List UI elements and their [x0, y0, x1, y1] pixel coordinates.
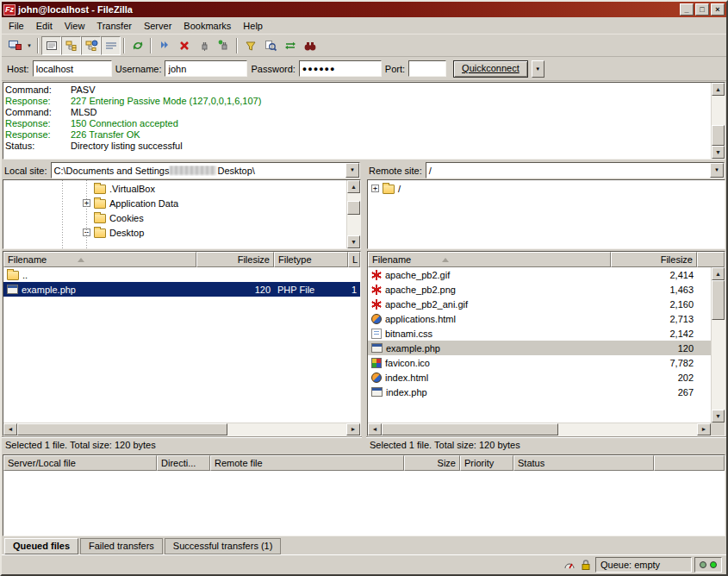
scroll-down-icon[interactable]: ▼ — [712, 410, 725, 423]
encryption-icon[interactable] — [579, 558, 593, 572]
scrollbar-track[interactable] — [712, 280, 725, 410]
queue-tab[interactable]: Failed transfers — [80, 538, 163, 554]
scroll-left-icon[interactable]: ◄ — [3, 423, 17, 435]
column-header-filesize[interactable]: Filesize — [196, 252, 274, 267]
menu-item[interactable]: View — [59, 18, 91, 34]
reconnect-button[interactable] — [214, 36, 233, 55]
scroll-up-icon[interactable]: ▲ — [712, 267, 725, 280]
log-scrollbar[interactable]: ▲ ▼ — [711, 83, 725, 159]
column-header-filename[interactable]: Filename — [3, 252, 196, 267]
cancel-button[interactable] — [174, 36, 194, 55]
quickconnect-dropdown-icon[interactable]: ▼ — [532, 60, 544, 78]
queue-col-status[interactable]: Status — [513, 455, 654, 471]
queue-col-server-local-file[interactable]: Server/Local file — [3, 455, 157, 471]
toggle-remote-tree-button[interactable] — [81, 36, 101, 55]
find-button[interactable] — [300, 36, 320, 55]
file-row[interactable]: example.php 120 — [368, 341, 711, 355]
tree-item[interactable]: − Desktop — [3, 225, 346, 240]
quickconnect-bar: Host: Username: Password: Port: Quickcon… — [2, 57, 726, 81]
menu-item[interactable]: Edit — [30, 18, 59, 34]
compare-button[interactable] — [260, 36, 280, 55]
column-header-filetype[interactable]: Filetype — [274, 252, 348, 267]
remote-file-list: Filename Filesize apache_pb2.gif 2,414 — [366, 251, 726, 453]
local-site-combo[interactable]: C:\Documents and SettingsDesktop\ ▼ — [51, 162, 360, 178]
queue-list-area[interactable] — [3, 471, 725, 535]
remote-horizontal-scrollbar[interactable]: ◄ ► — [368, 423, 725, 435]
file-row[interactable]: .. — [3, 267, 360, 282]
scroll-right-icon[interactable]: ► — [346, 423, 360, 435]
file-row[interactable]: bitnami.css 2,142 — [368, 326, 711, 341]
sync-browse-button[interactable] — [280, 36, 300, 55]
column-header-filename[interactable]: Filename — [368, 252, 611, 267]
scrollbar-track[interactable] — [712, 96, 725, 146]
scrollbar-thumb[interactable] — [17, 423, 227, 435]
file-row[interactable]: favicon.ico 7,782 — [368, 355, 711, 370]
column-header-filesize[interactable]: Filesize — [611, 252, 697, 267]
scrollbar-track[interactable] — [382, 423, 697, 435]
remote-list-header: Filename Filesize — [368, 252, 725, 267]
file-row[interactable]: apache_pb2.png 1,463 — [368, 282, 711, 297]
toggle-queue-button[interactable] — [101, 36, 121, 55]
disconnect-button[interactable] — [194, 36, 214, 55]
queue-col-size[interactable]: Size — [404, 455, 460, 471]
scroll-left-icon[interactable]: ◄ — [368, 423, 382, 435]
process-queue-button[interactable] — [154, 36, 174, 55]
tree-item[interactable]: + / — [368, 181, 725, 196]
quickconnect-button[interactable]: Quickconnect — [453, 60, 528, 78]
queue-tab[interactable]: Queued files — [4, 538, 78, 554]
password-input[interactable] — [299, 60, 382, 77]
queue-col-remote-file[interactable]: Remote file — [210, 455, 404, 471]
queue-col-direction[interactable]: Directi... — [157, 455, 210, 471]
tree-item[interactable]: + Application Data — [3, 196, 346, 210]
host-input[interactable] — [33, 60, 112, 77]
menu-item[interactable]: File — [3, 18, 30, 34]
local-tree-scrollbar[interactable]: ▲ ▼ — [346, 180, 360, 248]
speed-limit-icon[interactable] — [563, 558, 576, 572]
scrollbar-thumb[interactable] — [382, 423, 558, 435]
queue-col-priority[interactable]: Priority — [460, 455, 513, 471]
combo-dropdown-icon[interactable]: ▼ — [345, 163, 359, 178]
close-button[interactable]: × — [711, 3, 725, 16]
remote-list-scrollbar[interactable]: ▲ ▼ — [711, 267, 725, 423]
file-row[interactable]: index.php 267 — [368, 385, 711, 399]
menu-item[interactable]: Help — [237, 18, 269, 34]
scroll-right-icon[interactable]: ► — [697, 423, 711, 435]
tree-item[interactable]: Cookies — [3, 210, 346, 225]
file-row[interactable]: apache_pb2_ani.gif 2,160 — [368, 297, 711, 311]
scrollbar-thumb[interactable] — [712, 280, 725, 320]
site-manager-dropdown-icon[interactable]: ▼ — [24, 36, 34, 55]
remote-site-combo[interactable]: / ▼ — [426, 162, 725, 178]
scroll-up-icon[interactable]: ▲ — [712, 83, 725, 96]
log-line-type: Response: — [5, 118, 71, 129]
toggle-local-tree-button[interactable] — [61, 36, 81, 55]
toggle-message-log-button[interactable] — [41, 36, 61, 55]
maximize-button[interactable]: □ — [695, 3, 709, 16]
scrollbar-thumb[interactable] — [712, 125, 725, 146]
site-manager-button[interactable] — [4, 36, 24, 55]
tree-item[interactable]: .VirtualBox — [3, 181, 346, 196]
filter-button[interactable] — [240, 36, 260, 55]
queue-tab[interactable]: Successful transfers (1) — [165, 538, 282, 554]
file-row[interactable]: apache_pb2.gif 2,414 — [368, 267, 711, 282]
tree-expander-icon[interactable]: + — [371, 185, 379, 192]
local-horizontal-scrollbar[interactable]: ◄ ► — [3, 423, 360, 435]
scrollbar-track[interactable] — [17, 423, 346, 435]
username-input[interactable] — [165, 60, 247, 77]
column-header-lastmodified-clipped[interactable]: L — [348, 252, 360, 267]
file-row[interactable]: index.html 202 — [368, 370, 711, 385]
scroll-up-icon[interactable]: ▲ — [347, 180, 360, 193]
scrollbar-track[interactable] — [347, 193, 360, 235]
file-row[interactable]: applications.html 2,713 — [368, 311, 711, 326]
port-input[interactable] — [408, 60, 446, 77]
menu-item[interactable]: Server — [138, 18, 177, 34]
menu-item[interactable]: Transfer — [90, 18, 138, 34]
scroll-down-icon[interactable]: ▼ — [712, 146, 725, 159]
combo-dropdown-icon[interactable]: ▼ — [710, 163, 724, 178]
file-row[interactable]: example.php 120 PHP File 1 — [3, 282, 360, 297]
menu-item[interactable]: Bookmarks — [177, 18, 237, 34]
minimize-button[interactable]: _ — [680, 3, 694, 16]
scroll-down-icon[interactable]: ▼ — [347, 235, 360, 248]
scrollbar-thumb[interactable] — [347, 201, 360, 216]
log-line: Command: MLSD — [5, 107, 711, 118]
refresh-button[interactable] — [128, 36, 147, 55]
